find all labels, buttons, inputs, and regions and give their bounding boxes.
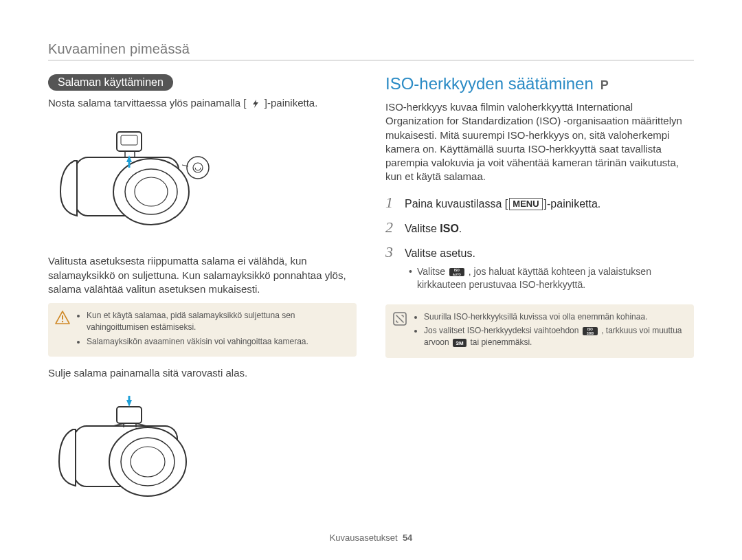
svg-marker-22 (126, 400, 132, 407)
list-item: Suurilla ISO-herkkyyksillä kuvissa voi o… (424, 311, 686, 323)
page-footer: Kuvausasetukset 54 (0, 533, 742, 543)
iso-intro-text: ISO-herkkyys kuvaa filmin valoherkkyyttä… (385, 100, 694, 184)
svg-rect-9 (128, 161, 131, 168)
text: ]-painiketta. (265, 97, 318, 109)
step-text: Paina kuvaustilassa [MENU]-painiketta. (405, 198, 600, 211)
svg-rect-20 (117, 407, 142, 423)
section-pill-flash: Salaman käyttäminen (48, 74, 173, 91)
list-item: Jos valitset ISO-herkkyydeksi vaihtoehdo… (424, 325, 686, 348)
list-item: Salamayksikön avaaminen väkisin voi vahi… (87, 336, 348, 348)
size-3m-icon: 3M (453, 339, 466, 347)
step-2: 2 Valitse ISO. (385, 219, 694, 236)
camera-illustration-flash-down (48, 392, 216, 508)
warning-note: Kun et käytä salamaa, pidä salamayksikkö… (48, 303, 357, 357)
svg-text:ISO: ISO (587, 328, 593, 332)
text: Paina kuvaustilassa [ (405, 198, 508, 210)
section-heading-iso: ISO-herkkyyden säätäminen P (385, 74, 694, 93)
info-list: Suurilla ISO-herkkyyksillä kuvissa voi o… (414, 311, 686, 351)
content-columns: Salaman käyttäminen Nosta salama tarvitt… (48, 74, 694, 511)
sub-text: Valitse ISO AUTO , jos haluat käyttää ko… (417, 265, 694, 292)
iso-3200-icon: ISO 3200 (583, 327, 598, 335)
svg-text:3200: 3200 (587, 332, 594, 335)
bullet-dot: • (409, 265, 413, 292)
iso-auto-icon: ISO AUTO (449, 268, 464, 276)
list-item: Kun et käytä salamaa, pidä salamayksikkö… (87, 310, 348, 333)
footer-section: Kuvausasetukset (330, 533, 398, 543)
flash-raise-text: Nosta salama tarvittaessa ylös painamall… (48, 96, 357, 110)
warning-list: Kun et käytä salamaa, pidä salamayksikkö… (77, 310, 348, 350)
text: tai pienemmäksi. (470, 337, 532, 347)
step-number: 1 (385, 194, 398, 212)
flash-icon (251, 99, 260, 109)
mode-badge-p: P (600, 78, 609, 93)
svg-rect-7 (121, 135, 137, 145)
left-column: Salaman käyttäminen Nosta salama tarvitt… (48, 74, 357, 511)
heading-text: ISO-herkkyyden säätäminen (385, 74, 594, 93)
right-column: ISO-herkkyyden säätäminen P ISO-herkkyys… (385, 74, 694, 511)
step-number: 2 (385, 219, 398, 236)
step-list: 1 Paina kuvaustilassa [MENU]-painiketta.… (385, 194, 694, 261)
page-title: Kuvaaminen pimeässä (48, 41, 694, 57)
svg-point-19 (131, 447, 165, 477)
step-3: 3 Valitse asetus. (385, 243, 694, 261)
svg-text:3M: 3M (456, 340, 463, 346)
menu-button-label: MENU (509, 198, 542, 210)
text: . (459, 223, 462, 234)
text: ]-painiketta. (544, 198, 601, 210)
step-3-sub: • Valitse ISO AUTO , jos haluat käyttää … (409, 265, 694, 292)
flash-closed-text: Valitusta asetuksesta riippumatta salama… (48, 254, 357, 296)
svg-text:AUTO: AUTO (453, 272, 462, 276)
svg-point-10 (187, 157, 209, 179)
step-text: Valitse ISO. (405, 223, 462, 235)
text: Valitse (417, 266, 448, 277)
flash-close-text: Sulje salama painamalla sitä varovasti a… (48, 366, 357, 380)
text: Valitse (405, 223, 440, 234)
text: Jos valitset ISO-herkkyydeksi vaihtoehdo… (424, 326, 581, 335)
step-text: Valitse asetus. (405, 247, 475, 260)
step-number: 3 (385, 243, 398, 261)
svg-point-15 (62, 321, 63, 322)
page-number: 54 (403, 533, 412, 543)
text: Nosta salama tarvittaessa ylös painamall… (48, 97, 246, 109)
camera-illustration-flash-up (48, 120, 227, 236)
info-icon (392, 311, 407, 326)
divider (48, 60, 694, 60)
info-note: Suurilla ISO-herkkyyksillä kuvissa voi o… (385, 304, 694, 358)
warning-icon (55, 310, 70, 325)
text-bold: ISO (440, 223, 459, 234)
svg-marker-1 (253, 100, 258, 108)
svg-text:ISO: ISO (454, 269, 460, 272)
svg-point-5 (135, 177, 168, 206)
step-1: 1 Paina kuvaustilassa [MENU]-painiketta. (385, 194, 694, 212)
